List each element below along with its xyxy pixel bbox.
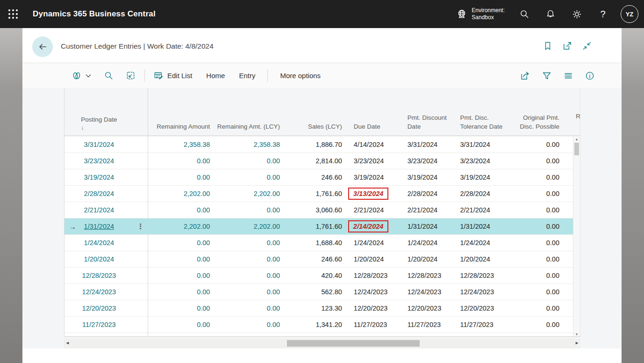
cell-sales_lcy[interactable]: 2,814.00: [283, 153, 346, 169]
cell-due_date[interactable]: 1/24/2024: [346, 235, 404, 251]
edit-list-button[interactable]: Edit List: [150, 67, 196, 84]
cell-original_pmt_disc_possible[interactable]: 0.00: [510, 317, 563, 333]
cell-pmt_disc_tolerance_date[interactable]: 3/19/2024: [456, 169, 510, 185]
remaining_amt_lcy-link[interactable]: 2,202.00: [254, 190, 280, 197]
remaining_amt_lcy-link[interactable]: 0.00: [267, 272, 280, 279]
cell-pmt_discount_date[interactable]: 12/28/2023: [404, 268, 457, 283]
remaining_amt_lcy-link[interactable]: 2,202.00: [254, 223, 280, 230]
remaining_amount-link[interactable]: 2,358.38: [184, 141, 210, 148]
cell-pmt_discount_date[interactable]: 2/21/2024: [404, 202, 457, 218]
cell-sales_lcy[interactable]: 246.60: [283, 251, 346, 267]
remaining_amount-link[interactable]: 2,202.00: [184, 190, 210, 197]
cell-remaining_amount[interactable]: 0.00: [148, 202, 213, 218]
scroll-down-arrow-icon[interactable]: ▼: [573, 333, 580, 336]
cell-remaining_amt_lcy[interactable]: 0.00: [213, 169, 283, 185]
cell-pmt_discount_date[interactable]: 1/24/2024: [404, 235, 457, 251]
cell-pmt_disc_tolerance_date[interactable]: 3/31/2024: [456, 137, 510, 152]
column-header-due_date[interactable]: Due Date: [346, 88, 404, 136]
scroll-right-arrow-icon[interactable]: ►: [575, 341, 579, 345]
vertical-scrollbar-thumb[interactable]: [574, 143, 579, 155]
row-menu-cell[interactable]: [134, 153, 148, 169]
row-menu-cell[interactable]: [134, 235, 148, 251]
row-menu-cell[interactable]: [134, 317, 148, 333]
table-row[interactable]: 11/27/20230.000.001,341.2011/27/202311/2…: [64, 317, 580, 333]
posting-date-link[interactable]: 1/31/2024: [84, 223, 114, 230]
cell-posting_date[interactable]: 1/20/2024: [64, 251, 134, 267]
home-menu[interactable]: Home: [202, 69, 229, 82]
remaining_amt_lcy-link[interactable]: 0.00: [267, 206, 280, 214]
remaining_amt_lcy-link[interactable]: 0.00: [267, 157, 280, 165]
views-button[interactable]: [67, 67, 95, 84]
table-row[interactable]: 2/21/20240.000.003,060.602/21/20242/21/2…: [64, 202, 580, 218]
entry-menu[interactable]: Entry: [235, 69, 259, 82]
cell-posting_date[interactable]: 2/21/2024: [64, 202, 134, 218]
cell-posting_date[interactable]: 3/31/2024: [64, 137, 134, 152]
cell-pmt_disc_tolerance_date[interactable]: 1/20/2024: [456, 251, 510, 267]
horizontal-scrollbar-thumb[interactable]: [287, 340, 420, 347]
cell-remaining_amount[interactable]: 0.00: [148, 235, 213, 251]
remaining_amount-link[interactable]: 0.00: [197, 255, 210, 263]
remaining_amt_lcy-link[interactable]: 0.00: [267, 321, 280, 328]
row-menu-cell[interactable]: [134, 251, 148, 267]
remaining_amount-link[interactable]: 0.00: [197, 321, 210, 328]
cell-pmt_disc_tolerance_date[interactable]: 12/20/2023: [456, 300, 510, 316]
cell-posting_date[interactable]: →1/31/2024: [64, 218, 134, 234]
cell-pmt_discount_date[interactable]: 12/20/2023: [404, 300, 457, 316]
row-menu-cell[interactable]: [134, 268, 148, 283]
cell-remaining_amt_lcy[interactable]: 0.00: [213, 153, 283, 169]
cell-due_date[interactable]: 3/23/2024: [346, 153, 404, 169]
cell-remaining_amt_lcy[interactable]: 0.00: [213, 268, 283, 283]
filter-icon[interactable]: [541, 70, 552, 81]
posting-date-link[interactable]: 2/28/2024: [84, 190, 114, 197]
cell-original_pmt_disc_possible[interactable]: 0.00: [510, 153, 563, 169]
cell-pmt_disc_tolerance_date[interactable]: 12/28/2023: [456, 268, 510, 283]
analyze-button[interactable]: [122, 67, 140, 84]
cell-sales_lcy[interactable]: 1,688.40: [283, 235, 346, 251]
cell-posting_date[interactable]: 2/28/2024: [64, 186, 134, 202]
table-row[interactable]: 2/28/20242,202.002,202.001,761.603/13/20…: [64, 186, 580, 202]
cell-remaining_amount[interactable]: 0.00: [148, 284, 213, 300]
cell-pmt_disc_tolerance_date[interactable]: 1/24/2024: [456, 235, 510, 251]
cell-pmt_discount_date[interactable]: 3/19/2024: [404, 169, 457, 185]
collapse-icon[interactable]: [581, 40, 593, 51]
cell-remaining_amount[interactable]: 0.00: [148, 169, 213, 185]
cell-posting_date[interactable]: 3/23/2024: [64, 153, 134, 169]
remaining_amt_lcy-link[interactable]: 0.00: [267, 288, 280, 296]
cell-original_pmt_disc_possible[interactable]: 0.00: [510, 186, 563, 202]
cell-original_pmt_disc_possible[interactable]: 0.00: [510, 137, 563, 152]
cell-due_date[interactable]: 12/28/2023: [346, 268, 404, 283]
cell-remaining_amt_lcy[interactable]: 0.00: [213, 251, 283, 267]
cell-remaining_amt_lcy[interactable]: 0.00: [213, 202, 283, 218]
cell-remaining_amt_lcy[interactable]: 0.00: [213, 317, 283, 333]
search-button[interactable]: [513, 3, 536, 25]
cell-pmt_discount_date[interactable]: 3/23/2024: [404, 153, 457, 169]
column-header-remaining_amt_lcy[interactable]: Remaining Amt. (LCY): [213, 88, 283, 136]
cell-due_date[interactable]: 1/20/2024: [346, 251, 404, 267]
remaining_amt_lcy-link[interactable]: 0.00: [267, 174, 280, 181]
column-header-pmt_discount_date[interactable]: Pmt. Discount Date: [404, 88, 457, 136]
remaining_amount-link[interactable]: 0.00: [197, 272, 210, 279]
cell-sales_lcy[interactable]: 420.40: [283, 268, 346, 283]
row-menu-cell[interactable]: [134, 202, 148, 218]
cell-original_pmt_disc_possible[interactable]: 0.00: [510, 235, 563, 251]
posting-date-link[interactable]: 12/20/2023: [82, 305, 116, 312]
row-menu-cell[interactable]: [134, 284, 148, 300]
remaining_amt_lcy-link[interactable]: 0.00: [267, 255, 280, 263]
table-row[interactable]: 1/20/20240.000.00246.601/20/20241/20/202…: [64, 251, 580, 268]
cell-remaining_amt_lcy[interactable]: 2,202.00: [213, 218, 283, 234]
cell-pmt_discount_date[interactable]: 3/31/2024: [404, 137, 457, 152]
cell-sales_lcy[interactable]: 1,886.70: [283, 137, 346, 152]
posting-date-link[interactable]: 12/28/2023: [82, 272, 116, 279]
remaining_amount-link[interactable]: 0.00: [197, 157, 210, 165]
posting-date-link[interactable]: 1/20/2024: [84, 255, 114, 263]
cell-pmt_discount_date[interactable]: 2/28/2024: [404, 186, 457, 202]
remaining_amount-link[interactable]: 0.00: [197, 288, 210, 296]
cell-due_date[interactable]: 12/20/2023: [346, 300, 404, 316]
info-icon[interactable]: [584, 70, 595, 81]
cell-remaining_amt_lcy[interactable]: 0.00: [213, 235, 283, 251]
table-row[interactable]: 3/19/20240.000.00246.603/19/20243/19/202…: [64, 169, 580, 186]
cell-sales_lcy[interactable]: 1,341.20: [283, 317, 346, 333]
search-list-button[interactable]: [100, 67, 118, 84]
posting-date-link[interactable]: 3/31/2024: [84, 141, 114, 148]
table-row[interactable]: 3/31/20242,358.382,358.381,886.704/14/20…: [64, 137, 580, 153]
